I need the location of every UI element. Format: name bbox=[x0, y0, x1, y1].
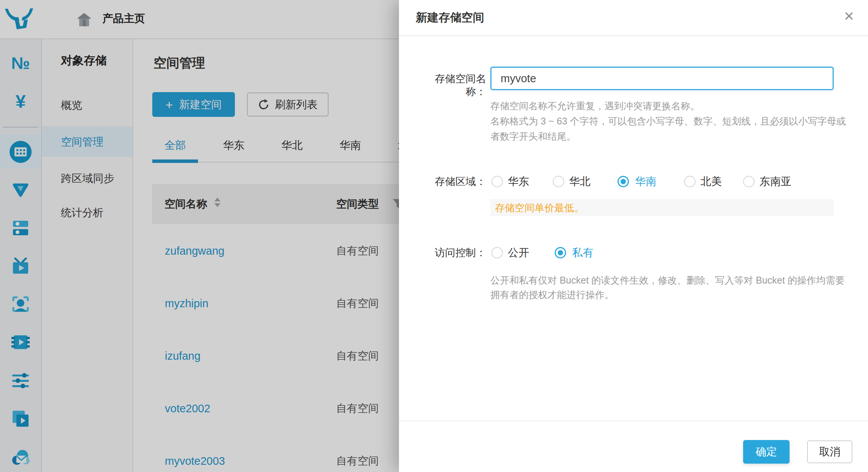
bucket-name-input[interactable] bbox=[490, 67, 834, 90]
region-price-note-text: 存储空间单价最低。 bbox=[495, 201, 584, 214]
radio-region-huadong[interactable] bbox=[491, 176, 503, 187]
help-line: 存储空间名称不允许重复，遇到冲突请更换名称。 bbox=[490, 98, 846, 113]
radio-region-huabei[interactable] bbox=[553, 176, 564, 187]
create-bucket-modal: 新建存储空间 × 存储空间名称： 存储空间名称不允许重复，遇到冲突请更换名称。 … bbox=[399, 0, 868, 472]
radio-access-private-selected[interactable] bbox=[555, 247, 566, 258]
bucket-name-help: 存储空间名称不允许重复，遇到冲突请更换名称。 名称格式为 3 ~ 63 个字符，… bbox=[490, 98, 846, 144]
radio-label-dongnanya[interactable]: 东南亚 bbox=[760, 175, 791, 188]
radio-label-huabei[interactable]: 华北 bbox=[569, 175, 590, 188]
radio-region-dongnanya[interactable] bbox=[743, 176, 755, 187]
help-line: 者数字开头和结尾。 bbox=[490, 129, 846, 144]
app-screen: 产品主页 № ¥ bbox=[0, 0, 868, 472]
radio-label-public[interactable]: 公开 bbox=[508, 246, 529, 259]
cancel-button[interactable]: 取消 bbox=[807, 440, 852, 463]
modal-header-divider bbox=[399, 35, 868, 36]
help-line: 名称格式为 3 ~ 63 个字符，可以包含小写字母、数字、短划线，且必须以小写字… bbox=[490, 113, 846, 129]
radio-dot bbox=[621, 179, 626, 184]
modal-footer-divider bbox=[399, 421, 868, 421]
modal-title: 新建存储空间 bbox=[416, 10, 484, 26]
radio-label-beimei[interactable]: 北美 bbox=[700, 175, 722, 188]
region-price-note: 存储空间单价最低。 bbox=[490, 199, 834, 216]
radio-label-huanan[interactable]: 华南 bbox=[635, 175, 656, 188]
radio-region-beimei[interactable] bbox=[684, 176, 696, 187]
radio-dot bbox=[558, 250, 563, 255]
help-line: 拥有者的授权才能进行操作。 bbox=[490, 287, 845, 302]
radio-label-huadong[interactable]: 华东 bbox=[508, 175, 529, 188]
radio-region-huanan-selected[interactable] bbox=[617, 176, 629, 187]
confirm-button[interactable]: 确定 bbox=[743, 440, 790, 464]
region-label: 存储区域： bbox=[416, 175, 486, 188]
bucket-name-label: 存储空间名称： bbox=[416, 72, 486, 85]
close-icon[interactable]: × bbox=[838, 4, 860, 28]
help-line: 公开和私有仅对 Bucket 的读文件生效，修改、删除、写入等对 Bucket … bbox=[490, 273, 845, 287]
access-control-label: 访问控制： bbox=[416, 246, 486, 259]
radio-label-private[interactable]: 私有 bbox=[572, 246, 594, 259]
access-control-help: 公开和私有仅对 Bucket 的读文件生效，修改、删除、写入等对 Bucket … bbox=[490, 273, 845, 302]
modal-backdrop bbox=[0, 0, 399, 472]
radio-access-public[interactable] bbox=[491, 247, 503, 258]
